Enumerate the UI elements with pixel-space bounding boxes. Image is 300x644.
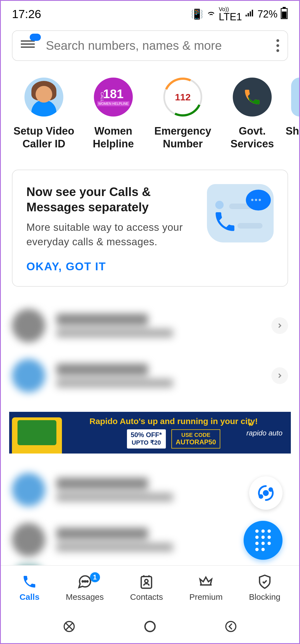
battery-percent: 72% [258,8,278,20]
nav-label: Blocking [249,592,280,602]
nav-blocking[interactable]: Blocking [249,574,280,602]
contact-avatar [12,473,45,506]
search-bar[interactable] [12,30,288,61]
emergency-112-icon: 112 [163,78,202,117]
sys-back-button[interactable] [224,620,238,633]
status-time: 17:26 [12,8,41,21]
quick-action-label: Govt. Services [231,125,274,150]
quick-action-label: Sha [286,125,299,138]
bottom-navigation: Calls 1 Messages Contacts Premium Blocki… [1,565,299,610]
ad-brand-logo: ✦rapido auto [246,420,282,437]
quick-action-emergency[interactable]: 112 Emergency Number [148,78,218,150]
chevron-right-icon[interactable] [271,367,288,384]
chevron-right-icon[interactable] [271,317,288,334]
nav-label: Calls [19,592,39,602]
contacts-icon [139,574,154,589]
info-card-action-button[interactable]: OKAY, GOT IT [26,260,196,273]
svg-point-9 [260,495,262,498]
call-list[interactable] [1,295,299,406]
dialpad-icon [255,529,271,551]
system-navigation [1,610,299,643]
quick-action-label: Women Helpline [93,125,134,150]
info-card-title: Now see your Calls & Messages separately [26,184,196,215]
shield-icon [257,574,272,589]
ad-code-box: USE CODE AUTORAP50 [171,429,221,449]
quick-action-share[interactable]: Sha [287,78,299,150]
volte-icon: Vo))LTE1 [219,6,242,22]
contact-name [56,364,148,375]
ad-auto-illustration [12,417,62,454]
svg-point-16 [145,621,155,631]
search-input[interactable] [46,39,276,53]
phone-icon [22,574,37,589]
signal-icon [245,8,255,21]
quick-action-women-helpline[interactable]: CALL 181 WOMEN HELPLINE Women Helpline [79,78,148,150]
quick-action-govt-services[interactable]: Govt. Services [218,78,287,150]
call-meta [56,493,173,502]
nav-label: Premium [189,592,222,602]
helpline-181-icon: CALL 181 WOMEN HELPLINE [94,78,133,117]
contact-avatar [12,309,45,342]
call-entry[interactable] [1,351,299,401]
sys-home-button[interactable] [143,620,157,633]
nav-label: Messages [66,592,104,602]
vibrate-icon: 📳 [191,8,203,20]
fab-dialpad-button[interactable] [244,521,282,560]
status-bar: 17:26 📳 Vo))LTE1 72% [1,1,299,25]
wifi-icon [206,8,216,21]
call-meta [56,379,173,388]
svg-rect-0 [246,15,247,16]
nav-label: Contacts [130,592,163,602]
contact-avatar [12,523,45,556]
svg-point-10 [82,581,84,582]
sys-recents-button[interactable] [62,620,76,633]
call-meta [56,543,173,552]
ad-banner[interactable]: Rapido Auto's up and running in your cit… [9,412,291,454]
info-card-description: More suitable way to access your everyda… [26,220,196,249]
svg-point-12 [87,581,88,582]
avatar-icon [24,78,63,117]
call-entry[interactable] [1,301,299,351]
contact-name [56,478,148,489]
more-options-icon[interactable] [276,39,279,52]
contact-name [56,314,148,325]
fab-voice-button[interactable] [249,476,282,510]
contact-avatar [12,359,45,392]
nav-calls[interactable]: Calls [19,574,39,602]
status-icons: 📳 Vo))LTE1 72% [191,6,288,22]
menu-icon[interactable] [21,39,38,53]
phone-icon [233,78,272,117]
svg-point-17 [226,621,236,631]
nav-contacts[interactable]: Contacts [130,574,163,602]
battery-icon [280,7,288,22]
svg-point-7 [264,491,268,495]
quick-actions-row[interactable]: Setup Video Caller ID CALL 181 WOMEN HEL… [1,66,299,161]
svg-point-14 [145,579,148,583]
info-card-illustration [207,184,274,242]
nav-badge: 1 [90,572,100,582]
svg-rect-1 [248,13,249,16]
quick-action-label: Setup Video Caller ID [14,125,74,150]
svg-rect-3 [252,10,253,16]
svg-rect-6 [282,11,287,18]
call-list-continued[interactable] [1,459,299,581]
nav-messages[interactable]: 1 Messages [66,574,104,602]
svg-rect-2 [250,11,251,16]
quick-action-label: Emergency Number [154,125,211,150]
crown-icon [198,574,214,589]
ad-discount-box: 50% OFF* UPTO ₹20 [127,429,166,449]
contact-name [56,528,148,539]
svg-point-11 [84,581,86,582]
quick-action-video-caller-id[interactable]: Setup Video Caller ID [9,78,79,150]
info-card: Now see your Calls & Messages separately… [12,170,288,287]
svg-point-8 [269,488,272,491]
nav-premium[interactable]: Premium [189,574,222,602]
share-icon-partial [291,78,299,117]
call-meta [56,329,173,338]
